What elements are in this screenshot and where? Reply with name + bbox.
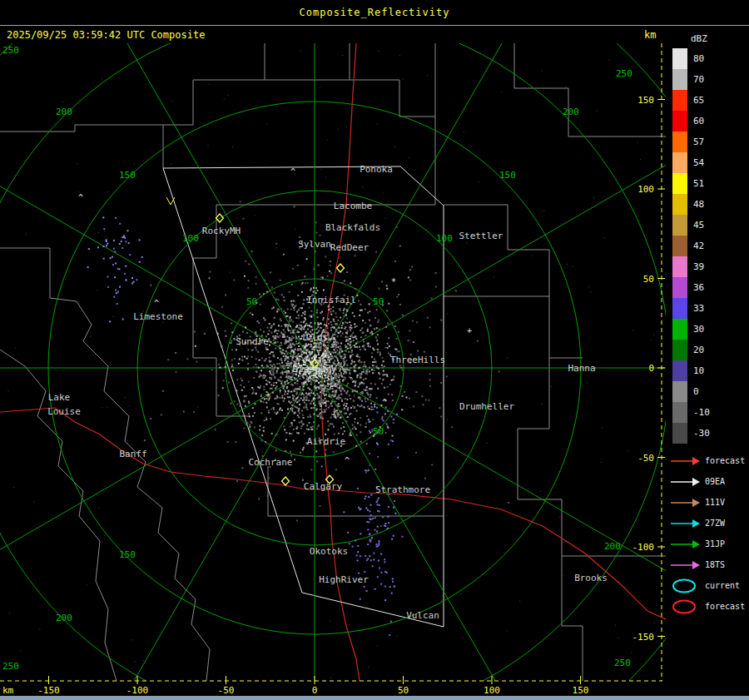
svg-text:250: 250 <box>616 68 632 79</box>
window-bottom-bar <box>0 696 749 700</box>
radar-map-svg[interactable]: 5010015020025050100150200250150200250502… <box>0 43 666 696</box>
colorbar-entry: 60 <box>672 111 749 132</box>
colorbar-entry: 0 <box>672 381 749 402</box>
colorbar-value: 36 <box>693 282 704 293</box>
colorbar-value: 57 <box>693 137 704 147</box>
svg-text:-100: -100 <box>632 542 655 553</box>
svg-text:-50: -50 <box>637 453 654 464</box>
city-label: Sundre <box>236 336 269 347</box>
city-label: Sylvan <box>298 239 331 250</box>
colorbar-value: -10 <box>693 407 710 418</box>
track-arrow-icon <box>669 474 702 489</box>
city-label: Strathmore <box>375 484 430 495</box>
svg-text:250: 250 <box>2 661 19 672</box>
radar-map-area[interactable]: 5010015020025050100150200250150200250502… <box>0 43 666 696</box>
radar-site-icon <box>282 477 290 485</box>
km-unit-top: km <box>644 29 656 41</box>
colorbar: 807065605754514845423936333020100-10-30 <box>666 48 749 444</box>
colorbar-value: 20 <box>693 345 704 355</box>
city-label: Lake <box>48 392 71 403</box>
colorbar-swatch <box>672 132 687 152</box>
svg-text:+: + <box>265 390 270 400</box>
legend-label: 27ZW <box>705 519 725 528</box>
svg-text:50: 50 <box>246 296 257 307</box>
colorbar-value: 10 <box>693 365 704 376</box>
colorbar-swatch <box>672 340 687 360</box>
svg-text:^: ^ <box>345 456 350 465</box>
city-label: Olds <box>306 332 329 343</box>
legend-label: current <box>705 581 740 590</box>
svg-text:100: 100 <box>484 685 500 696</box>
window-title: Composite_Reflectivity <box>300 7 450 18</box>
colorbar-entry: 65 <box>672 90 749 111</box>
svg-text:0: 0 <box>312 685 318 696</box>
svg-text:100: 100 <box>436 233 453 244</box>
city-label: ThreeHills <box>390 355 445 365</box>
colorbar-entry: -30 <box>672 423 749 444</box>
svg-text:0: 0 <box>648 363 654 374</box>
colorbar-swatch <box>672 236 687 256</box>
colorbar-swatch <box>672 277 687 298</box>
city-label: RedDeer <box>330 242 370 253</box>
legend-item: forecast <box>669 596 749 617</box>
radar-site-icon <box>337 264 345 272</box>
colorbar-value: 70 <box>693 74 704 85</box>
track-arrow-icon <box>669 516 702 531</box>
colorbar-entry: 80 <box>672 48 749 69</box>
colorbar-entry: 39 <box>672 256 749 277</box>
svg-text:150: 150 <box>119 549 136 560</box>
track-arrow-icon <box>669 454 702 469</box>
svg-text:250: 250 <box>614 658 631 668</box>
city-label: RockyMH <box>202 226 241 236</box>
storm-ellipse-icon <box>669 599 702 614</box>
colorbar-value: 60 <box>693 116 704 127</box>
city-label: Louise <box>47 406 81 417</box>
legend-item: 111V <box>669 492 749 513</box>
colorbar-value: -30 <box>693 428 710 439</box>
colorbar-entry: 20 <box>672 340 749 360</box>
city-label: Vulcan <box>406 610 439 621</box>
axis-right: 150100500-50-100-150 <box>632 43 666 681</box>
city-label: Okotoks <box>310 546 348 557</box>
legend-label: 31JP <box>705 539 725 549</box>
colorbar-entry: 54 <box>672 152 749 173</box>
city-label: Limestone <box>133 311 183 322</box>
legend-item: 27ZW <box>669 513 749 534</box>
svg-text:250: 250 <box>2 45 19 56</box>
city-label: Didsbury <box>293 364 337 375</box>
svg-text:-150: -150 <box>632 632 655 643</box>
svg-text:50: 50 <box>643 274 654 285</box>
colorbar-swatch <box>672 90 687 111</box>
colorbar-entry: 36 <box>672 277 749 298</box>
city-label: Banff <box>119 449 146 459</box>
city-label: Blackfalds <box>325 222 380 233</box>
legend-label: 18TS <box>705 560 725 569</box>
city-label: Innisfail <box>306 295 356 305</box>
svg-text:150: 150 <box>119 170 136 181</box>
city-label: Stettler <box>459 231 503 241</box>
colorbar-swatch <box>672 194 687 215</box>
colorbar-swatch <box>672 215 687 236</box>
colorbar-value: 65 <box>693 95 704 106</box>
city-label: Brooks <box>574 573 608 583</box>
ring-distance-labels: 5010015020025050100150200250150200250502… <box>2 45 632 672</box>
colorbar-value: 48 <box>693 199 704 210</box>
timestamp: 2025/09/25 03:59:42 UTC Composite <box>7 29 205 41</box>
colorbar-swatch <box>672 69 687 90</box>
city-label: Cochrane <box>249 457 293 468</box>
colorbar-swatch <box>672 360 687 381</box>
colorbar-entry: -10 <box>672 402 749 423</box>
svg-text:200: 200 <box>56 107 72 117</box>
svg-text:*: * <box>391 277 396 286</box>
svg-text:200: 200 <box>56 613 72 623</box>
track-arrow-icon <box>669 558 702 573</box>
svg-text:-50: -50 <box>218 685 235 696</box>
colorbar-entry: 57 <box>672 132 749 152</box>
svg-text:-150: -150 <box>37 685 60 696</box>
svg-text:150: 150 <box>637 95 654 106</box>
colorbar-value: 0 <box>693 386 699 397</box>
colorbar-swatch <box>672 298 687 319</box>
city-label: Hanna <box>568 363 595 374</box>
svg-text:200: 200 <box>604 541 621 552</box>
colorbar-entry: 48 <box>672 194 749 215</box>
